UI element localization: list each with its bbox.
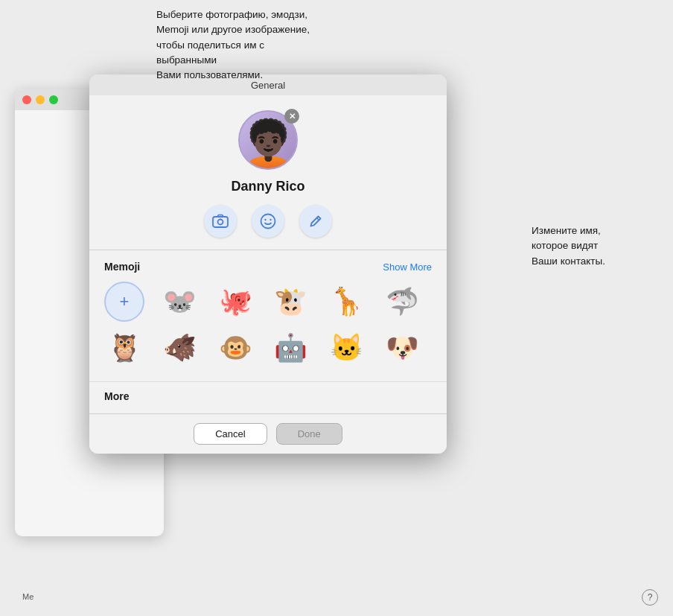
svg-point-4 xyxy=(261,215,275,229)
memoji-monkey[interactable]: 🐵 xyxy=(215,328,255,368)
memoji-cow[interactable]: 🐮 xyxy=(271,282,311,322)
me-label: Me xyxy=(22,592,34,601)
memoji-title: Memoji xyxy=(104,261,140,273)
svg-point-6 xyxy=(269,219,271,220)
edit-name-button[interactable] xyxy=(299,205,332,238)
cancel-button[interactable]: Cancel xyxy=(194,423,267,445)
user-name: Danny Rico xyxy=(231,179,304,194)
memoji-octopus[interactable]: 🐙 xyxy=(215,282,255,322)
modal-body: 🧑🏿‍🦱 ✕ Danny Rico xyxy=(89,95,447,413)
memoji-grid-row1: + 🐭 🐙 🐮 🦒 🦈 xyxy=(104,282,432,322)
avatar-emoji: 🧑🏿‍🦱 xyxy=(240,121,296,166)
memoji-grid-row2: 🦉 🐗 🐵 🤖 🐱 🐶 xyxy=(104,328,432,368)
minimize-traffic-light[interactable] xyxy=(36,95,45,104)
add-memoji-button[interactable]: + xyxy=(104,282,144,322)
memoji-giraffe[interactable]: 🦒 xyxy=(327,282,367,322)
callout-top: Выберите фотографию, эмодзи, Memoji или … xyxy=(156,7,320,83)
memoji-dog[interactable]: 🐶 xyxy=(382,328,422,368)
memoji-section: Memoji Show More + 🐭 🐙 🐮 🦒 🦈 🦉 🐗 🐵 🤖 🐱 🐶 xyxy=(89,250,447,381)
callout-right: Измените имя, которое видят Ваши контакт… xyxy=(532,223,666,269)
more-section: More xyxy=(89,381,447,413)
done-button[interactable]: Done xyxy=(276,423,342,445)
avatar-container: 🧑🏿‍🦱 ✕ xyxy=(238,110,298,170)
svg-point-5 xyxy=(264,219,266,220)
svg-rect-2 xyxy=(213,217,228,227)
help-button[interactable]: ? xyxy=(642,589,658,606)
memoji-section-header: Memoji Show More xyxy=(104,261,432,273)
action-buttons-group xyxy=(204,205,332,238)
memoji-cat[interactable]: 🐱 xyxy=(327,328,367,368)
avatar-remove-button[interactable]: ✕ xyxy=(284,109,299,124)
emoji-button[interactable] xyxy=(252,205,284,238)
memoji-boar[interactable]: 🐗 xyxy=(160,328,200,368)
close-traffic-light[interactable] xyxy=(22,95,31,104)
memoji-shark[interactable]: 🦈 xyxy=(382,282,422,322)
maximize-traffic-light[interactable] xyxy=(49,95,58,104)
memoji-robot[interactable]: 🤖 xyxy=(271,328,311,368)
svg-point-3 xyxy=(218,220,223,225)
photo-button[interactable] xyxy=(204,205,237,238)
memoji-owl[interactable]: 🦉 xyxy=(104,328,144,368)
modal-dialog: General 🧑🏿‍🦱 ✕ Danny Rico xyxy=(89,74,447,454)
show-more-button[interactable]: Show More xyxy=(383,261,432,273)
modal-footer: Cancel Done xyxy=(89,413,447,454)
profile-section: 🧑🏿‍🦱 ✕ Danny Rico xyxy=(89,95,447,250)
more-title: More xyxy=(104,390,129,402)
memoji-mouse[interactable]: 🐭 xyxy=(160,282,200,322)
